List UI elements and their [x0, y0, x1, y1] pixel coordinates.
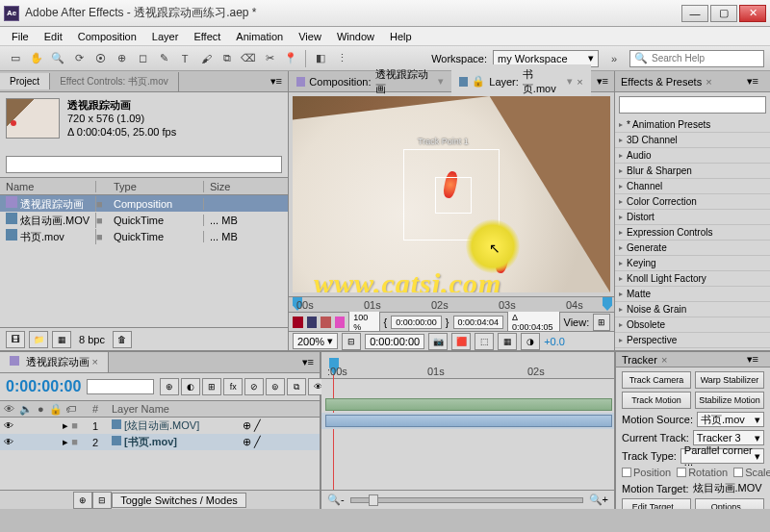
menu-edit[interactable]: Edit	[37, 29, 70, 44]
project-search-input[interactable]	[6, 156, 282, 173]
edit-target-button[interactable]: Edit Target...	[622, 498, 691, 509]
mask-button[interactable]: ◑	[521, 333, 540, 350]
zoom-knob[interactable]	[369, 494, 378, 506]
tl-btn-3[interactable]: ⊞	[202, 378, 221, 395]
tl-btn-7[interactable]: ⧉	[287, 378, 306, 395]
layer-bar[interactable]	[321, 413, 614, 429]
panel-menu-icon[interactable]: ▾≡	[591, 75, 614, 88]
effects-category[interactable]: Blur & Sharpen	[615, 164, 770, 179]
region-button[interactable]: ⬚	[475, 333, 494, 350]
work-area-end[interactable]	[603, 297, 612, 311]
tl-foot-btn[interactable]: ⊟	[92, 492, 112, 509]
interpret-footage-button[interactable]: 🎞	[6, 331, 25, 348]
menu-effect[interactable]: Effect	[186, 29, 228, 44]
timeline-layer-row[interactable]: 👁 ▸ ■ 1 [炫目动画.MOV] ⊕ ╱	[0, 418, 320, 434]
rotate-tool[interactable]: ⟳	[69, 49, 89, 68]
panel-menu-icon[interactable]: ▾≡	[741, 353, 764, 366]
effects-category[interactable]: Noise & Grain	[615, 302, 770, 317]
grid-button[interactable]: ▦	[498, 333, 517, 350]
tl-btn-2[interactable]: ◐	[181, 378, 200, 395]
tc-out[interactable]: 0:00:04:04	[453, 316, 504, 329]
panel-menu-icon[interactable]: ▾≡	[265, 75, 288, 88]
stamp-tool[interactable]: ⧉	[218, 49, 237, 68]
timecode-display[interactable]: 0:00:00:00	[365, 334, 424, 349]
resolution-button[interactable]: ⊟	[342, 333, 361, 350]
col-size[interactable]: Size	[204, 181, 252, 192]
in-bracket-icon[interactable]: {	[384, 317, 388, 328]
new-folder-button[interactable]: 📁	[29, 331, 48, 348]
brush-tool[interactable]: 🖌	[196, 49, 216, 68]
out-bracket-icon[interactable]: }	[446, 317, 449, 328]
menu-window[interactable]: Window	[329, 29, 382, 44]
panel-menu-icon[interactable]: ▾≡	[741, 75, 764, 88]
project-row[interactable]: 书页.mov ■ QuickTime ... MB	[0, 228, 288, 244]
zoom-slider[interactable]	[350, 497, 583, 503]
timeline-search-input[interactable]	[87, 379, 154, 394]
current-track-select[interactable]: Tracker 3▾	[693, 430, 764, 445]
current-time[interactable]: 0:00:00:00	[6, 378, 81, 395]
pen-tool[interactable]: ✎	[154, 49, 173, 68]
layer-bar[interactable]	[321, 396, 614, 413]
track-camera-button[interactable]: Track Camera	[622, 371, 691, 389]
tab-effect-controls[interactable]: Effect Controls: 书页.mov	[50, 72, 179, 91]
effects-category[interactable]: Expression Controls	[615, 225, 770, 241]
layer-viewport[interactable]: Track Point 1 ↖ www.cgtsj.com	[293, 96, 610, 292]
rotation-checkbox[interactable]: Rotation	[677, 467, 728, 478]
effects-category[interactable]: Matte	[615, 287, 770, 302]
effects-category[interactable]: Generate	[615, 241, 770, 256]
close-icon[interactable]: ×	[92, 356, 98, 367]
zoom-tool[interactable]: 🔍	[48, 49, 67, 68]
snapshot-button[interactable]: 📷	[428, 333, 448, 350]
bpc-label[interactable]: 8 bpc	[79, 334, 105, 345]
timeline-ruler[interactable]: :00s 01s 02s	[321, 352, 614, 379]
selection-tool[interactable]: ▭	[6, 49, 25, 68]
anchor-tool[interactable]: ⊕	[112, 49, 131, 68]
effects-category[interactable]: Audio	[615, 148, 770, 164]
shape-tool[interactable]: ◻	[133, 49, 152, 68]
timeline-graph[interactable]: :00s 01s 02s 🔍- 🔍+	[321, 352, 614, 509]
tl-btn-5[interactable]: ⊘	[244, 378, 264, 395]
effects-category[interactable]: Keying	[615, 256, 770, 271]
workspace-chevrons[interactable]: »	[604, 49, 624, 68]
col-name[interactable]: Name	[0, 181, 96, 192]
effects-category[interactable]: Perspective	[615, 333, 770, 348]
close-icon[interactable]: ×	[661, 354, 667, 366]
close-button[interactable]: ✕	[739, 5, 766, 22]
toggle-switches-button[interactable]: Toggle Switches / Modes	[112, 493, 246, 508]
project-row[interactable]: 透视跟踪动画 ■ Composition	[0, 195, 288, 212]
roto-tool[interactable]: ✂	[260, 49, 279, 68]
text-tool[interactable]: T	[175, 49, 194, 68]
tab-project[interactable]: Project	[0, 73, 50, 89]
effects-category[interactable]: * Animation Presets	[615, 117, 770, 133]
zoom-select[interactable]: 200%▾	[293, 333, 338, 349]
effects-category[interactable]: Color Correction	[615, 194, 770, 210]
tl-foot-btn[interactable]: ⊕	[73, 492, 92, 509]
col-type[interactable]: Type	[108, 181, 204, 192]
minimize-button[interactable]: —	[681, 5, 708, 22]
close-tab-icon[interactable]: ×	[577, 76, 582, 88]
hand-tool[interactable]: ✋	[27, 49, 46, 68]
motion-source-select[interactable]: 书页.mov▾	[697, 412, 764, 427]
project-row[interactable]: 炫目动画.MOV ■ QuickTime ... MB	[0, 212, 288, 228]
eraser-tool[interactable]: ⌫	[239, 49, 258, 68]
effects-category[interactable]: Knoll Light Factory	[615, 271, 770, 287]
effects-category[interactable]: Distort	[615, 210, 770, 225]
effects-search-input[interactable]	[619, 96, 766, 114]
exposure-value[interactable]: +0.0	[544, 336, 565, 347]
timeline-tab[interactable]: 透视跟踪动画 ×	[0, 352, 109, 372]
stabilize-motion-button[interactable]: Stabilize Motion	[695, 392, 764, 409]
menu-composition[interactable]: Composition	[70, 29, 144, 44]
maximize-button[interactable]: ▢	[710, 5, 737, 22]
menu-layer[interactable]: Layer	[144, 29, 187, 44]
delete-button[interactable]: 🗑	[113, 331, 132, 348]
opacity-value[interactable]: 100 %	[348, 311, 379, 334]
scale-checkbox[interactable]: Scale	[733, 467, 770, 478]
channel-button[interactable]: 🟥	[451, 333, 471, 350]
tab-layer-viewer[interactable]: 🔒 Layer: 书页.mov ▾ ×	[451, 64, 591, 99]
position-checkbox[interactable]: Position	[622, 467, 671, 478]
tc-in[interactable]: 0:00:00:00	[391, 316, 442, 329]
track-type-select[interactable]: Parallel corner ...▾	[680, 448, 764, 464]
tl-btn-1[interactable]: ⊕	[160, 378, 179, 395]
close-icon[interactable]: ×	[706, 76, 711, 88]
effects-category[interactable]: Channel	[615, 179, 770, 194]
